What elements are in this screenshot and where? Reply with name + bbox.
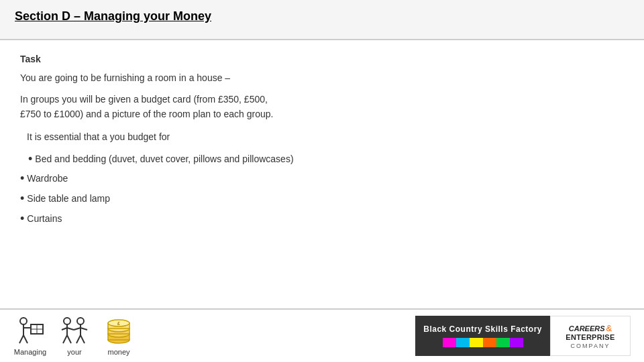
svg-line-12: [67, 328, 74, 330]
bullet-text: Curtains: [27, 212, 62, 226]
svg-line-13: [62, 328, 67, 330]
bullet-icon: •: [20, 212, 24, 227]
bullet-text: Wardrobe: [27, 172, 68, 186]
bullet-icon: •: [28, 152, 32, 167]
color-block-3: [470, 338, 483, 347]
money-label: money: [107, 348, 129, 356]
amp-symbol: &: [606, 323, 612, 333]
bullet-icon: •: [20, 192, 24, 206]
list-item: • Wardrobe: [20, 172, 624, 186]
page-title: Section D – Managing your Money: [15, 9, 211, 23]
main-content: Task You are going to be furnishing a ro…: [0, 40, 644, 308]
slide-container: Section D – Managing your Money Task You…: [0, 0, 644, 362]
svg-point-0: [20, 318, 27, 324]
your-icon-group: your: [58, 316, 91, 356]
managing-icon: [13, 316, 47, 347]
your-label: your: [67, 348, 81, 356]
svg-line-18: [80, 328, 87, 330]
list-item: • Side table and lamp: [20, 192, 624, 206]
footer: Managing: [0, 308, 644, 362]
careers-title: CAREERS: [569, 324, 605, 333]
company-label: COMPANY: [571, 343, 610, 349]
svg-point-8: [64, 318, 70, 324]
bullet-text: Side table and lamp: [27, 192, 110, 206]
color-block-1: [443, 338, 456, 347]
money-icon-group: £ money: [102, 316, 136, 356]
svg-line-10: [63, 335, 67, 343]
svg-point-14: [77, 318, 84, 324]
careers-badge: CAREERS & ENTERPRISE COMPANY: [550, 316, 631, 356]
svg-line-11: [67, 335, 71, 343]
svg-line-19: [74, 328, 80, 330]
your-icon: [58, 316, 91, 347]
header: Section D – Managing your Money: [0, 0, 644, 40]
enterprise-title: ENTERPRISE: [566, 333, 614, 341]
managing-icon-group: Managing: [13, 316, 47, 356]
svg-line-2: [19, 335, 23, 343]
black-country-badge: Black Country Skills Factory: [415, 316, 550, 356]
bullet-icon: •: [20, 172, 24, 186]
color-block-6: [510, 338, 523, 347]
footer-icons: Managing: [13, 316, 136, 356]
list-item: • Bed and bedding (duvet, duvet cover, p…: [28, 152, 624, 167]
task-description: You are going to be furnishing a room in…: [20, 71, 624, 85]
svg-text:£: £: [117, 321, 120, 326]
task-essential: It is essential that a you budget for: [27, 130, 624, 144]
color-block-5: [496, 338, 510, 347]
task-label: Task: [20, 54, 624, 64]
color-block-4: [483, 338, 496, 347]
svg-line-16: [76, 335, 80, 343]
bullet-text: Bed and bedding (duvet, duvet cover, pil…: [35, 152, 293, 166]
badge-color-blocks: [443, 338, 523, 347]
svg-line-17: [80, 335, 85, 343]
managing-label: Managing: [14, 348, 46, 356]
list-item: • Curtains: [20, 212, 624, 227]
task-groups: In groups you will be given a budget car…: [20, 92, 288, 122]
footer-brands: Black Country Skills Factory CAREERS & E…: [415, 316, 631, 356]
black-country-title: Black Country Skills Factory: [423, 324, 542, 334]
svg-line-3: [23, 335, 28, 343]
color-block-2: [456, 338, 470, 347]
money-icon: £: [102, 316, 136, 347]
